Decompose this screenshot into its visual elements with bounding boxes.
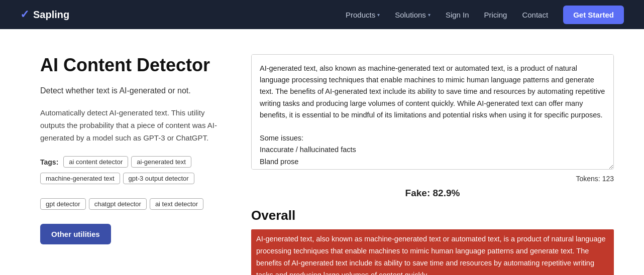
tag-ai-content-detector: ai content detector [63,156,128,168]
tag-gpt3-detector: gpt-3 output detector [123,173,194,184]
nav-contact[interactable]: Contact [522,11,548,19]
tag-machine-generated: machine-generated text [40,173,120,184]
page-description: Automatically detect AI-generated text. … [40,107,231,144]
text-input[interactable]: AI-generated text, also known as machine… [251,54,614,170]
nav-solutions[interactable]: Solutions ▾ [395,11,431,19]
nav-products[interactable]: Products ▾ [346,11,380,19]
chevron-down-icon: ▾ [428,12,431,18]
tag-ai-generated-text: ai-generated text [131,156,191,168]
nav-signin[interactable]: Sign In [446,11,469,19]
tokens-info: Tokens: 123 [251,175,614,183]
overall-title: Overall [251,208,614,223]
fake-score: Fake: 82.9% [251,188,614,199]
tag-ai-text-detector: ai text detector [150,198,203,210]
highlighted-text-block: AI-generated text, also known as machine… [251,229,614,275]
tag-gpt-detector: gpt detector [40,198,86,210]
left-panel: AI Content Detector Detect whether text … [40,54,231,275]
nav-links: Products ▾ Solutions ▾ Sign In Pricing C… [346,6,624,24]
navbar: ✓ Sapling Products ▾ Solutions ▾ Sign In… [0,0,644,29]
logo-icon: ✓ [20,8,29,21]
other-utilities-button[interactable]: Other utilities [40,224,111,244]
tags-label: Tags: [40,158,58,166]
chevron-down-icon: ▾ [377,12,380,18]
get-started-button[interactable]: Get Started [563,6,624,24]
tags-row-2: machine-generated text gpt-3 output dete… [40,173,231,184]
brand-logo[interactable]: ✓ Sapling [20,8,69,21]
overall-section: Overall AI-generated text, also known as… [251,208,614,275]
tags-row-3: gpt detector chatgpt detector ai text de… [40,198,231,210]
tags-section: Tags: ai content detector ai-generated t… [40,156,231,168]
tag-chatgpt-detector: chatgpt detector [89,198,147,210]
right-panel: AI-generated text, also known as machine… [251,54,614,275]
nav-pricing[interactable]: Pricing [484,11,507,19]
page-subtitle: Detect whether text is AI-generated or n… [40,85,231,97]
brand-name: Sapling [33,9,69,21]
page-title: AI Content Detector [40,54,231,76]
main-content: AI Content Detector Detect whether text … [0,29,644,275]
